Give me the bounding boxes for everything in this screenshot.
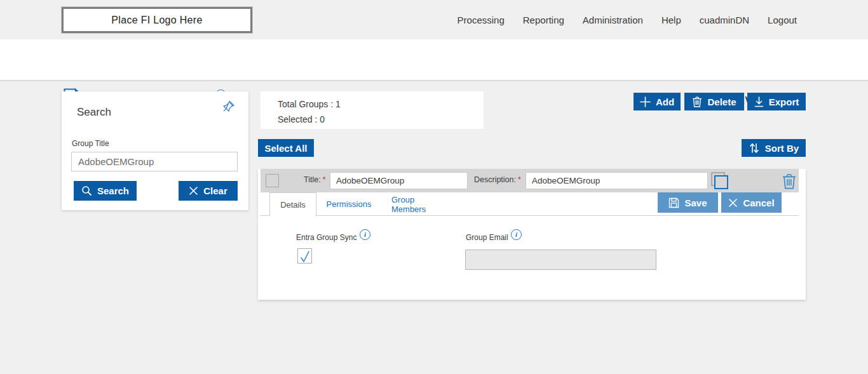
group-edit-panel: Title:* Description:* Details Permission… [258,169,806,300]
group-email-info-icon[interactable]: i [511,229,522,240]
save-icon [668,197,679,208]
top-navigation: Processing Reporting Administration Help… [458,0,797,39]
entra-group-sync-label: Entra Group Sync [296,233,356,242]
details-tab-content: Entra Group Sync i Group Email i [258,217,806,300]
row-delete-icon[interactable] [782,173,797,189]
select-all-button[interactable]: Select All [258,139,314,157]
search-button[interactable]: Search [74,181,137,201]
title-label: Title:* [304,175,326,184]
clear-button[interactable]: Clear [179,181,238,201]
add-button-label: Add [656,97,674,107]
add-button[interactable]: Add [634,93,681,110]
tab-group-members[interactable]: Group Members [391,192,450,216]
download-icon [754,97,764,107]
group-title-label: Group Title [72,139,109,148]
sort-by-button-label: Sort By [765,143,799,154]
top-bar: Place FI Logo Here Processing Reporting … [0,0,868,39]
save-button-label: Save [684,197,707,208]
search-icon [81,185,92,196]
copy-icon[interactable] [709,171,729,191]
group-title-input[interactable] [71,152,238,171]
save-button[interactable]: Save [658,192,718,213]
x-icon [189,186,198,196]
entra-group-sync-checkbox[interactable] [297,248,312,264]
nav-item-logout[interactable]: Logout [768,15,797,25]
clear-button-label: Clear [203,185,227,196]
nav-item-administration[interactable]: Administration [583,15,643,25]
sort-by-button[interactable]: Sort By [742,139,806,157]
tab-permissions[interactable]: Permissions [327,192,371,216]
cancel-button-label: Cancel [743,197,774,208]
tab-details[interactable]: Details [269,192,316,217]
nav-item-help[interactable]: Help [661,15,681,25]
export-button-label: Export [769,97,799,107]
checkmark-icon [299,250,311,263]
total-groups-count: Total Groups : 1 [278,99,341,109]
fi-logo-placeholder: Place FI Logo Here [62,7,252,33]
nav-item-reporting[interactable]: Reporting [523,15,564,25]
export-button[interactable]: Export [747,93,806,110]
sort-icon [749,142,760,154]
delete-button-label: Delete [707,97,736,107]
fi-logo-text: Place FI Logo Here [111,15,202,26]
search-panel: Search Group Title Search Clear [62,91,248,210]
cancel-button[interactable]: Cancel [721,192,782,213]
search-panel-title: Search [77,106,111,119]
nav-item-processing[interactable]: Processing [458,15,505,25]
title-input[interactable] [330,172,468,189]
trash-icon [692,96,702,107]
group-row: Title:* Description:* [261,169,799,192]
group-email-input[interactable] [465,250,656,270]
group-maintenance-screen: Place FI Logo Here Processing Reporting … [0,0,868,374]
entra-group-sync-info-icon[interactable]: i [360,229,370,240]
group-email-label: Group Email [466,233,508,242]
description-required-marker: * [518,175,521,184]
pin-panel-icon[interactable] [220,99,236,114]
description-input[interactable] [526,172,708,189]
select-all-button-label: Select All [265,143,308,154]
cancel-x-icon [728,198,738,208]
description-label: Description:* [474,175,521,184]
row-select-checkbox[interactable] [266,174,279,187]
title-required-marker: * [323,175,326,184]
search-button-label: Search [97,185,129,196]
delete-button[interactable]: Delete [684,93,744,110]
selected-count: Selected : 0 [278,114,325,124]
summary-panel: Total Groups : 1 Selected : 0 [261,91,484,129]
nav-item-user-cuadmindn[interactable]: cuadminDN [700,15,749,25]
plus-icon [640,97,651,107]
page-header: Group Maintenance i Kinective Sign [0,39,868,81]
